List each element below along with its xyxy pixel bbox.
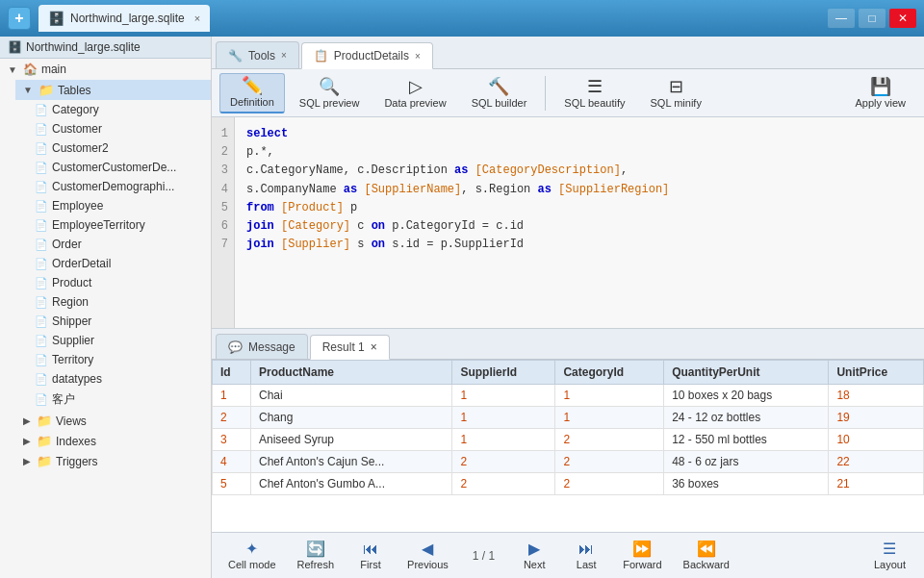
cell-price-2: 19 <box>829 407 924 429</box>
table-row[interactable]: 5 Chef Anton's Gumbo A... 2 2 36 boxes 2… <box>213 473 924 495</box>
sidebar-item-employee[interactable]: 📄 Employee <box>27 196 211 215</box>
backward-icon: ⏪ <box>697 541 716 557</box>
cell-name-2: Chang <box>251 407 452 429</box>
sidebar-item-datatypes[interactable]: 📄 datatypes <box>27 369 211 389</box>
sql-beautify-button[interactable]: ☰ SQL beautify <box>553 73 635 113</box>
cell-qty-3: 12 - 550 ml bottles <box>664 429 829 451</box>
backward-button[interactable]: ⏪ Backward <box>675 537 738 575</box>
table-row[interactable]: 2 Chang 1 1 24 - 12 oz bottles 19 <box>213 407 924 429</box>
view-toolbar: ✏️ Definition 🔍 SQL preview ▷ Data previ… <box>212 69 924 117</box>
sidebar-item-order[interactable]: 📄 Order <box>27 235 211 254</box>
previous-button[interactable]: ◀ Previous <box>398 537 457 575</box>
add-tab-button[interactable]: + <box>8 7 31 30</box>
sidebar-item-orderdetail[interactable]: 📄 OrderDetail <box>27 254 211 273</box>
definition-button[interactable]: ✏️ Definition <box>219 73 285 113</box>
table-label-product: Product <box>52 276 91 289</box>
sidebar-item-customercustomer[interactable]: 📄 CustomerCustomerDe... <box>27 158 211 177</box>
sidebar-item-customer2[interactable]: 📄 Customer2 <box>27 138 211 158</box>
cell-id-3: 3 <box>213 429 251 451</box>
col-header-quantityperunit[interactable]: QuantityPerUnit <box>664 361 829 385</box>
sql-code-area[interactable]: select p.*, c.CategoryName, c.Descriptio… <box>235 117 924 328</box>
tab-message[interactable]: 💬 Message <box>216 334 308 359</box>
col-header-id[interactable]: Id <box>213 361 251 385</box>
main-tab[interactable]: 🗄️ Northwind_large.sqlite × <box>38 5 210 32</box>
sidebar-main-root[interactable]: ▼ 🏠 main <box>0 59 211 80</box>
sidebar-item-region[interactable]: 📄 Region <box>27 292 211 312</box>
productdetails-tab-close[interactable]: × <box>415 51 421 62</box>
col-header-categoryid[interactable]: CategoryId <box>555 361 664 385</box>
productdetails-tab-label: ProductDetails <box>334 49 409 63</box>
sql-minify-button[interactable]: ⊟ SQL minify <box>640 73 712 113</box>
sidebar-item-shipper[interactable]: 📄 Shipper <box>27 312 211 331</box>
sidebar-indexes-label: Indexes <box>56 435 96 448</box>
next-button[interactable]: ▶ Next <box>510 537 558 575</box>
table-icon-region: 📄 <box>35 296 48 309</box>
tab-tools[interactable]: 🔧 Tools × <box>216 41 299 68</box>
result-tab-close[interactable]: × <box>371 340 377 354</box>
last-button[interactable]: ⏭ Last <box>562 537 610 575</box>
result-tab-label: Result 1 <box>322 340 365 354</box>
sidebar-tables-label: Tables <box>58 84 91 97</box>
cell-category-4: 2 <box>555 451 664 473</box>
table-label-employeeterritory: EmployeeTerritory <box>52 218 145 232</box>
first-button[interactable]: ⏮ First <box>346 537 395 575</box>
cell-name-3: Aniseed Syrup <box>251 429 452 451</box>
tab-close-icon[interactable]: × <box>194 13 200 24</box>
data-preview-button[interactable]: ▷ Data preview <box>373 73 456 113</box>
sidebar-item-tables[interactable]: ▼ 📁 Tables <box>15 80 211 100</box>
minimize-button[interactable]: — <box>828 9 855 28</box>
cell-supplier-3: 1 <box>452 429 555 451</box>
next-label: Next <box>524 559 546 570</box>
layout-button[interactable]: ☰ Layout <box>863 537 916 575</box>
refresh-button[interactable]: 🔄 Refresh <box>289 537 344 575</box>
sidebar-item-supplier[interactable]: 📄 Supplier <box>27 331 211 350</box>
sql-preview-button[interactable]: 🔍 SQL preview <box>289 73 371 113</box>
table-icon-shipper: 📄 <box>35 315 48 328</box>
table-row[interactable]: 3 Aniseed Syrup 1 2 12 - 550 ml bottles … <box>213 429 924 451</box>
table-label-region: Region <box>52 295 89 309</box>
table-label-category: Category <box>52 103 99 116</box>
sidebar-item-customerdemographic[interactable]: 📄 CustomerDemographi... <box>27 177 211 196</box>
data-table-container[interactable]: Id ProductName SupplierId CategoryId Qua… <box>212 360 924 532</box>
apply-view-button[interactable]: 💾 Apply view <box>844 73 916 113</box>
sql-editor: 1 2 3 4 5 6 7 select p.*, c.CategoryName… <box>212 117 924 329</box>
sidebar-item-customer[interactable]: 📄 Customer <box>27 119 211 138</box>
close-button[interactable]: ✕ <box>889 9 916 28</box>
tab-productdetails[interactable]: 📋 ProductDetails × <box>301 42 433 69</box>
table-label-chinese: 客户 <box>52 391 75 408</box>
forward-button[interactable]: ⏩ Forward <box>614 537 670 575</box>
sql-builder-button[interactable]: 🔨 SQL builder <box>461 73 538 113</box>
table-icon-customercustomer: 📄 <box>35 162 48 174</box>
sidebar-item-indexes[interactable]: ▶ 📁 Indexes <box>15 431 211 451</box>
table-icon-customer: 📄 <box>35 123 48 136</box>
forward-label: Forward <box>623 559 661 570</box>
sql-beautify-label: SQL beautify <box>564 97 625 109</box>
col-header-supplierid[interactable]: SupplierId <box>452 361 555 385</box>
maximize-button[interactable]: □ <box>859 9 886 28</box>
sidebar-item-views[interactable]: ▶ 📁 Views <box>15 411 211 431</box>
table-label-orderdetail: OrderDetail <box>52 257 111 270</box>
table-row[interactable]: 4 Chef Anton's Cajun Se... 2 2 48 - 6 oz… <box>213 451 924 473</box>
refresh-label: Refresh <box>297 559 335 570</box>
sidebar-item-category[interactable]: 📄 Category <box>27 100 211 119</box>
page-info: 1 / 1 <box>461 549 506 563</box>
sidebar-item-product[interactable]: 📄 Product <box>27 273 211 292</box>
sidebar-item-territory[interactable]: 📄 Territory <box>27 350 211 369</box>
tab-result1[interactable]: Result 1 × <box>310 335 390 360</box>
sidebar-item-employeeterritory[interactable]: 📄 EmployeeTerritory <box>27 215 211 235</box>
table-header-row: Id ProductName SupplierId CategoryId Qua… <box>213 361 924 385</box>
col-header-unitprice[interactable]: UnitPrice <box>829 361 924 385</box>
table-icon-customer2: 📄 <box>35 142 48 155</box>
tools-tab-close[interactable]: × <box>281 50 287 61</box>
table-row[interactable]: 1 Chai 1 1 10 boxes x 20 bags 18 <box>213 385 924 407</box>
tab-title: Northwind_large.sqlite <box>70 12 185 25</box>
cell-mode-button[interactable]: ✦ Cell mode <box>219 537 285 575</box>
sidebar-item-triggers[interactable]: ▶ 📁 Triggers <box>15 451 211 471</box>
table-icon-order: 📄 <box>35 239 48 251</box>
productdetails-tab-icon: 📋 <box>314 49 328 63</box>
sidebar-item-chinese[interactable]: 📄 客户 <box>27 389 211 411</box>
table-label-supplier: Supplier <box>52 334 94 347</box>
cell-name-4: Chef Anton's Cajun Se... <box>251 451 452 473</box>
col-header-productname[interactable]: ProductName <box>251 361 452 385</box>
line-num-1: 1 <box>218 125 228 143</box>
